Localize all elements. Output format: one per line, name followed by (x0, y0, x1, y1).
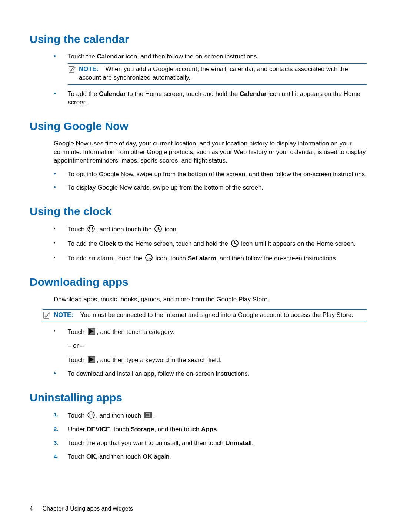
uninstall-steps: Touch , and then touch . Under DEVICE, t… (54, 411, 367, 461)
list-item: To download and install an app, follow t… (54, 370, 367, 378)
list-item: To add the Calendar to the Home screen, … (54, 90, 367, 107)
section-download-body: Download apps, music, books, games, and … (54, 295, 367, 304)
text: . (153, 412, 155, 419)
text-strong: Set alarm (188, 255, 216, 262)
text-strong: OK (143, 453, 152, 460)
text: to the Home screen, touch and hold the (126, 90, 240, 97)
heading-clock: Using the clock (30, 205, 367, 218)
section-download-bullets: Touch , and then touch a category. – or … (54, 327, 367, 378)
paragraph: Download apps, music, books, games, and … (54, 295, 367, 304)
text: , and then type a keyword in the search … (97, 357, 221, 364)
text: icon, and then follow the on-screen inst… (124, 53, 259, 60)
step-item: Under DEVICE, touch Storage, and then to… (54, 425, 367, 434)
section-uninstall-body: Touch , and then touch . Under DEVICE, t… (54, 411, 367, 461)
list-item: To display Google Now cards, swipe up fr… (54, 184, 367, 192)
note-label: NOTE: (54, 311, 73, 318)
all-apps-icon (87, 225, 95, 233)
heading-calendar: Using the calendar (30, 33, 367, 46)
text: icon until it appears on the Home screen… (240, 240, 356, 247)
note-icon (43, 311, 51, 319)
text: again. (152, 453, 171, 460)
text-strong: Calendar (240, 90, 267, 97)
calendar-bullets: Touch the Calendar icon, and then follow… (54, 53, 367, 107)
text-strong: OK (86, 453, 96, 460)
text: Touch (68, 453, 86, 460)
paragraph: Google Now uses time of day, your curren… (54, 140, 367, 165)
play-store-icon (87, 327, 96, 335)
step-item: Touch the app that you want to uninstall… (54, 439, 367, 448)
note-box: NOTE: You must be connected to the Inter… (43, 309, 367, 322)
text: . (217, 426, 219, 433)
list-item: Touch , and then touch the icon. (54, 225, 367, 234)
clock-icon (231, 239, 239, 247)
text: , touch (110, 426, 131, 433)
text-strong: Apps (201, 426, 217, 433)
note-text (100, 66, 106, 73)
list-item: To add the Clock to the Home screen, tou… (54, 239, 367, 248)
list-item: Touch the Calendar icon, and then follow… (54, 53, 367, 85)
download-bullets-1: Touch , and then touch a category. – or … (54, 327, 367, 365)
note-text: You must be connected to the Internet an… (80, 311, 353, 318)
clock-bullets: Touch , and then touch the icon. To add … (54, 225, 367, 263)
text-strong: Calendar (99, 90, 126, 97)
section-clock-body: Touch , and then touch the icon. To add … (54, 225, 367, 263)
heading-download: Downloading apps (30, 275, 367, 289)
text: , and then touch (154, 426, 201, 433)
text: . (252, 439, 254, 446)
text: , and then follow the on-screen instruct… (216, 255, 337, 262)
text: To add the (68, 90, 99, 97)
clock-icon (145, 254, 153, 262)
section-calendar-body: Touch the Calendar icon, and then follow… (54, 53, 367, 107)
page-number: 4 (30, 505, 41, 512)
text: icon. (163, 226, 178, 233)
list-item: To add an alarm, touch the icon, touch S… (54, 254, 367, 263)
step-item: Touch OK, and then touch OK again. (54, 453, 367, 461)
text: , and then touch (96, 412, 143, 419)
text: Touch (68, 328, 86, 335)
text: Under (68, 426, 87, 433)
text: , and then touch a category. (97, 328, 174, 335)
page-footer: 4 Chapter 3 Using apps and widgets (30, 505, 133, 512)
chapter-label: Chapter 3 Using apps and widgets (42, 505, 133, 512)
list-item: Touch , and then touch a category. – or … (54, 327, 367, 365)
text: Touch the app that you want to uninstall… (68, 439, 225, 446)
step-item: Touch , and then touch . (54, 411, 367, 420)
text: , and then touch the (96, 226, 153, 233)
text-strong: Calendar (97, 53, 124, 60)
note-icon (68, 66, 76, 74)
text-strong: DEVICE (87, 426, 110, 433)
page: Using the calendar Touch the Calendar ic… (0, 0, 400, 532)
download-bullets-2: To download and install an app, follow t… (54, 370, 367, 378)
text: , and then touch (96, 453, 143, 460)
clock-icon (154, 225, 162, 233)
text-strong: Uninstall (225, 439, 252, 446)
text: to the Home screen, touch and hold the (116, 240, 230, 247)
text: Touch (68, 226, 86, 233)
note-label: NOTE: (79, 66, 99, 73)
note-text (75, 311, 80, 318)
text: icon, touch (154, 255, 188, 262)
or-separator: – or – (68, 342, 367, 350)
text-strong: Storage (131, 426, 154, 433)
section-now-body: Google Now uses time of day, your curren… (54, 140, 367, 193)
text: Touch the (68, 53, 97, 60)
note-wrap: NOTE: You must be connected to the Inter… (43, 309, 367, 322)
paragraph: Touch , and then type a keyword in the s… (68, 355, 367, 365)
text: To add an alarm, touch the (68, 255, 144, 262)
text: Touch (68, 412, 86, 419)
list-item: To opt into Google Now, swipe up from th… (54, 170, 367, 179)
text: Touch (68, 357, 86, 364)
now-bullets: To opt into Google Now, swipe up from th… (54, 170, 367, 193)
text-strong: Clock (99, 240, 116, 247)
note-text: When you add a Google account, the email… (79, 66, 348, 81)
heading-google-now: Using Google Now (30, 120, 367, 133)
note-box: NOTE: When you add a Google account, the… (68, 63, 367, 85)
settings-icon (144, 411, 153, 419)
all-apps-icon (87, 411, 95, 419)
text: To add the (68, 240, 99, 247)
heading-uninstall: Uninstalling apps (30, 391, 367, 404)
play-store-icon (87, 355, 96, 364)
